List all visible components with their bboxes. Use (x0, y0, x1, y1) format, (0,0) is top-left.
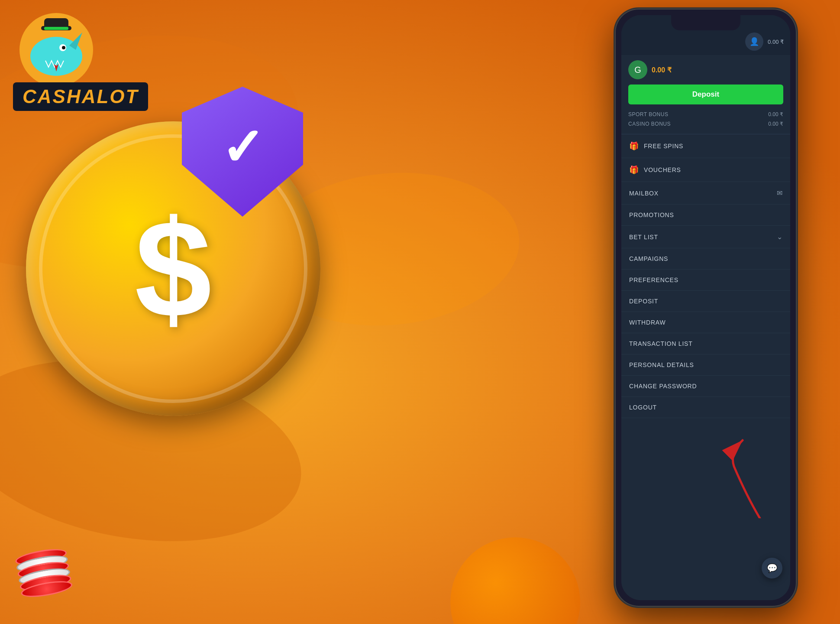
menu-item-bet-list[interactable]: BET LIST ⌄ (621, 226, 790, 248)
casino-bonus-row: CASINO BONUS 0.00 ₹ (628, 119, 783, 129)
mailbox-icon: ✉ (777, 189, 782, 197)
user-icon[interactable]: 👤 (745, 32, 763, 51)
bet-list-chevron: ⌄ (777, 233, 782, 241)
account-balance: 0.00 ₹ (652, 66, 672, 74)
chat-icon: 💬 (767, 563, 778, 573)
menu-item-vouchers[interactable]: 🎁 VOUCHERS (621, 158, 790, 182)
gift-icon-2: 🎁 (629, 165, 639, 175)
menu-label-campaigns: CAMPAIGNS (629, 255, 668, 262)
menu-label-preferences: PREFERENCES (629, 276, 678, 283)
phone-frame: 👤 0.00 ₹ G 0.00 ₹ Deposit SPORT BONUS 0.… (615, 9, 797, 607)
drawer-menu: G 0.00 ₹ Deposit SPORT BONUS 0.00 ₹ CASI… (621, 55, 790, 600)
brand-logo: CASHALOT (13, 13, 148, 111)
deposit-button[interactable]: Deposit (628, 84, 783, 104)
sport-bonus-label: SPORT BONUS (628, 111, 668, 117)
casino-bonus-label: CASINO BONUS (628, 121, 671, 127)
menu-item-deposit[interactable]: DEPOSIT (621, 291, 790, 312)
account-avatar: G (628, 60, 647, 79)
menu-label-deposit: DEPOSIT (629, 298, 658, 305)
menu-item-mailbox[interactable]: MAILBOX ✉ (621, 182, 790, 205)
casino-bonus-value: 0.00 ₹ (768, 121, 783, 127)
menu-item-personal-details[interactable]: PERSONAL DETAILS (621, 354, 790, 376)
menu-item-logout[interactable]: LOGOUT (621, 397, 790, 418)
header-balance: 0.00 ₹ (768, 39, 784, 45)
phone-screen: 👤 0.00 ₹ G 0.00 ₹ Deposit SPORT BONUS 0.… (621, 15, 790, 600)
menu-item-free-spins[interactable]: 🎁 FREE SPINS (621, 134, 790, 158)
shark-mascot (13, 13, 100, 87)
account-section: G 0.00 ₹ Deposit SPORT BONUS 0.00 ₹ CASI… (621, 55, 790, 134)
sport-bonus-value: 0.00 ₹ (768, 111, 783, 117)
menu-label-mailbox: MAILBOX (629, 190, 659, 197)
menu-item-preferences[interactable]: PREFERENCES (621, 270, 790, 291)
gift-icon-1: 🎁 (629, 141, 639, 151)
chips-decoration (14, 546, 72, 593)
menu-label-free-spins: FREE SPINS (644, 143, 683, 150)
menu-item-transaction-list[interactable]: TRANSACTION LIST (621, 333, 790, 354)
phone-notch (671, 15, 740, 30)
menu-label-bet-list: BET LIST (629, 234, 658, 240)
menu-item-withdraw[interactable]: WITHDRAW (621, 312, 790, 333)
account-header: G 0.00 ₹ (628, 60, 783, 79)
shield-decoration: ✓ (182, 87, 303, 217)
menu-label-promotions: PROMOTIONS (629, 211, 674, 218)
svg-rect-4 (44, 27, 68, 30)
menu-label-withdraw: WITHDRAW (629, 319, 666, 326)
menu-label-logout: LOGOUT (629, 404, 657, 411)
menu-label-change-password: CHANGE PASSWORD (629, 383, 697, 390)
brand-name: CASHALOT (13, 82, 148, 111)
menu-item-change-password[interactable]: CHANGE PASSWORD (621, 376, 790, 397)
menu-label-vouchers: VOUCHERS (644, 166, 681, 173)
menu-item-campaigns[interactable]: CAMPAIGNS (621, 248, 790, 270)
menu-label-personal-details: PERSONAL DETAILS (629, 361, 694, 368)
svg-point-6 (62, 46, 65, 49)
chat-button[interactable]: 💬 (762, 558, 782, 578)
menu-label-transaction-list: TRANSACTION LIST (629, 340, 693, 347)
sport-bonus-row: SPORT BONUS 0.00 ₹ (628, 110, 783, 119)
menu-item-promotions[interactable]: PROMOTIONS (621, 205, 790, 226)
